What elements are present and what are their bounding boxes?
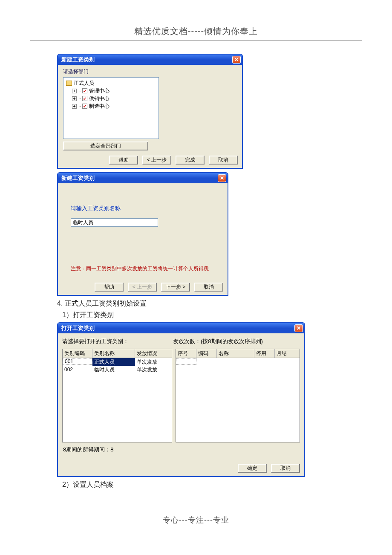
tree-connector: ·· (78, 103, 81, 109)
dialog-new-salary-name: 新建工资类别 ✕ 请输入工资类别名称 注意：同一工资类别中多次发放的工资将统一计… (57, 172, 228, 296)
tree-root-label: 正式人员 (74, 80, 94, 87)
checkbox-icon[interactable]: ✔ (82, 104, 87, 109)
expand-icon[interactable]: + (72, 96, 77, 101)
col-header[interactable]: 编码 (196, 349, 217, 358)
col-header[interactable]: 类别编码 (63, 349, 92, 358)
finish-button[interactable]: 完成 (176, 156, 205, 165)
tree-child[interactable]: + ·· ✔ 供销中心 (72, 95, 156, 102)
step-text: 2）设置人员档案 (62, 480, 362, 489)
cell-name: 临时人员 (92, 366, 135, 373)
doc-header: 精选优质文档-----倾情为你奉上 (30, 26, 362, 41)
select-all-dept-button[interactable]: 选定全部部门 (63, 142, 148, 150)
close-icon[interactable]: ✕ (294, 324, 303, 332)
dialog-new-salary-dept: 新建工资类别 ✕ 请选择部门 正式人员 + ·· ✔ 管理中心 (57, 54, 243, 169)
tax-notice: 注意：同一工资类别中多次发放的工资将统一计算个人所得税 (71, 265, 217, 272)
col-header[interactable]: 类别名称 (92, 349, 135, 358)
tree-child-label: 制造中心 (89, 103, 110, 110)
cell-mode: 单次发放 (135, 358, 172, 366)
tree-connector: ·· (78, 88, 81, 94)
cell-code: 001 (63, 358, 92, 365)
window-title: 新建工资类别 (61, 56, 95, 64)
back-button[interactable]: < 上一步 (142, 156, 171, 165)
table-row[interactable]: 002 临时人员 单次发放 (63, 366, 172, 373)
cell-mode: 单次发放 (135, 366, 172, 373)
tree-child[interactable]: + ·· ✔ 管理中心 (72, 87, 156, 95)
col-header[interactable]: 停用 (254, 349, 275, 358)
dept-tree[interactable]: 正式人员 + ·· ✔ 管理中心 + ·· ✔ 供销中心 (63, 77, 159, 139)
folder-icon (66, 81, 72, 86)
cell-code: 002 (63, 366, 92, 373)
ok-button[interactable]: 确定 (238, 464, 267, 473)
table-row[interactable]: 001 正式人员 单次发放 (63, 358, 172, 366)
pay-count-label: 发放次数：(按8期间的发放次序排列) (173, 338, 263, 345)
col-header[interactable]: 名称 (217, 349, 254, 358)
empty-cell (176, 358, 196, 365)
close-icon[interactable]: ✕ (218, 174, 226, 182)
name-prompt: 请输入工资类别名称 (71, 205, 217, 212)
tree-child[interactable]: + ·· ✔ 制造中心 (72, 102, 156, 110)
close-icon[interactable]: ✕ (232, 56, 241, 64)
expand-icon[interactable]: + (72, 104, 77, 109)
open-prompt: 请选择要打开的工资类别： (62, 338, 173, 345)
step-text: 1）打开工资类别 (62, 311, 362, 320)
col-header[interactable]: 序号 (176, 349, 196, 358)
dept-prompt: 请选择部门 (63, 68, 237, 75)
titlebar[interactable]: 新建工资类别 ✕ (58, 55, 242, 65)
doc-footer: 专心---专注---专业 (30, 515, 362, 525)
dialog-open-salary: 打开工资类别 ✕ 请选择要打开的工资类别： 发放次数：(按8期间的发放次序排列)… (57, 322, 305, 477)
titlebar[interactable]: 打开工资类别 ✕ (58, 323, 304, 333)
back-button: < 上一步 (128, 283, 157, 292)
tree-root[interactable]: 正式人员 (66, 79, 156, 87)
expand-icon[interactable]: + (72, 89, 77, 93)
section-heading: 4. 正式人员工资类别初始设置 (57, 299, 362, 308)
checkbox-icon[interactable]: ✔ (82, 96, 87, 101)
next-button[interactable]: 下一步 > (161, 283, 190, 292)
tree-connector: ·· (78, 95, 81, 101)
table-row[interactable] (176, 358, 300, 366)
col-header[interactable]: 发放情况 (135, 349, 172, 358)
help-button[interactable]: 帮助 (95, 283, 124, 292)
pay-order-table[interactable]: 序号 编码 名称 停用 月结 (176, 349, 300, 442)
cancel-button[interactable]: 取消 (209, 156, 238, 165)
col-header[interactable]: 月结 (275, 349, 295, 358)
titlebar[interactable]: 新建工资类别 ✕ (58, 173, 228, 183)
salary-name-input[interactable] (71, 218, 158, 227)
tree-child-label: 供销中心 (89, 95, 110, 102)
help-button[interactable]: 帮助 (109, 156, 138, 165)
cancel-button[interactable]: 取消 (271, 464, 300, 473)
checkbox-icon[interactable]: ✔ (82, 88, 87, 93)
cell-name: 正式人员 (92, 358, 135, 366)
salary-category-table[interactable]: 类别编码 类别名称 发放情况 001 正式人员 单次发放 002 临时人员 (62, 349, 172, 442)
tree-child-label: 管理中心 (89, 87, 110, 95)
window-title: 打开工资类别 (61, 324, 95, 332)
period-status: 8期间的所得期间：8 (62, 442, 300, 459)
window-title: 新建工资类别 (61, 174, 95, 182)
cancel-button[interactable]: 取消 (194, 283, 223, 292)
